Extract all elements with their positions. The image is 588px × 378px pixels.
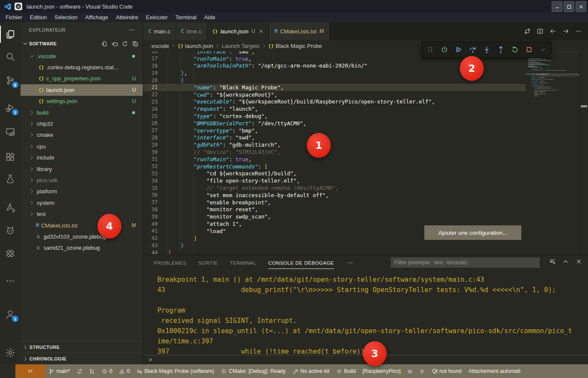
status-0[interactable]: 0: [98, 364, 116, 378]
activity-more[interactable]: [0, 272, 21, 290]
close-tab-button[interactable]: [259, 29, 264, 34]
breadcrumb-item[interactable]: {}Black Magic Probe: [268, 43, 322, 49]
tab-cmakelists-txt[interactable]: MCMakeLists.txtM: [269, 22, 329, 40]
tab-time-c[interactable]: Ctime.c: [176, 22, 207, 40]
code-line-26[interactable]: 26 "BMPGDBSerialPort": "/dev/ttyACM0",: [143, 120, 526, 127]
maximize-button[interactable]: [564, 1, 574, 12]
tree-item-cmake[interactable]: cmake: [21, 130, 143, 141]
tab-launch-json[interactable]: {}launch.jsonU: [207, 22, 269, 40]
collapse-all-button[interactable]: [132, 41, 138, 47]
remote-indicator[interactable]: [15, 364, 45, 378]
project-section-header[interactable]: SOFTWARE: [21, 37, 143, 50]
activity-source-control[interactable]: 9: [0, 71, 21, 90]
code-line-35[interactable]: 35 // "target extended-remote /dev/ttyAC…: [143, 184, 526, 192]
restart-button[interactable]: [510, 44, 520, 55]
menu-item-affichage[interactable]: Affichage: [81, 13, 112, 22]
chevron-down-button[interactable]: [538, 44, 548, 55]
panel-tab-problemes[interactable]: PROBLÈMES: [154, 257, 186, 269]
minimize-button[interactable]: [552, 1, 562, 12]
tree-item-pico-sdk[interactable]: pico-sdk: [21, 174, 143, 186]
activity-platformio[interactable]: [0, 221, 21, 239]
refresh-button[interactable]: [122, 41, 128, 47]
tree-item-launch-json[interactable]: {}launch.jsonU: [21, 84, 143, 95]
status-cmake-debug-ready[interactable]: CMake: [Debug]: Ready: [218, 364, 289, 378]
status-sync[interactable]: [74, 364, 86, 378]
activity-vs-project[interactable]: [0, 244, 21, 263]
menu-item-aide[interactable]: Aide: [200, 13, 219, 22]
clear-all-button[interactable]: [549, 258, 556, 265]
new-folder-button[interactable]: [112, 41, 118, 47]
panel-tab-console-de-debogage[interactable]: CONSOLE DE DÉBOGAGE: [268, 257, 334, 269]
status-0[interactable]: 0: [116, 364, 133, 378]
gripper-button[interactable]: [425, 44, 435, 55]
open-changes-button[interactable]: [524, 28, 531, 35]
tree-item-platform[interactable]: platform: [21, 186, 143, 197]
status-black-magic-probe-software[interactable]: Black Magic Probe (software): [133, 364, 218, 378]
tree-item-c-cpp-properties-json[interactable]: {}c_cpp_properties.jsonU: [21, 73, 143, 84]
activity-beaker[interactable]: [0, 169, 21, 188]
code-line-30[interactable]: 30 // "device": "STM32L431VC",: [143, 148, 526, 156]
debug-console-filter-input[interactable]: [391, 257, 540, 268]
step-into-button[interactable]: [482, 44, 492, 55]
tree-item-gd32vf103-ozone-jdebug[interactable]: gd32vf103_ozone.jdebug: [21, 231, 143, 242]
new-file-button[interactable]: [101, 41, 108, 47]
chevron-up-button[interactable]: [562, 258, 569, 265]
activity-settings-gear[interactable]: [0, 343, 21, 362]
tree-item-chip32[interactable]: chip32: [21, 118, 143, 129]
code-line-34[interactable]: 34 "file open-story-teller.elf",: [143, 177, 526, 184]
status-bug[interactable]: [404, 364, 416, 378]
section-chronologie[interactable]: CHRONOLOGIE: [21, 353, 143, 364]
split-editor-button[interactable]: [537, 28, 544, 35]
breadcrumb-item[interactable]: Launch Targets: [222, 43, 260, 49]
tree-item--cortex-debug-registers-stat-[interactable]: {}.cortex-debug.registers.stat...: [21, 62, 143, 73]
activity-debug[interactable]: 1: [0, 98, 21, 117]
tab-main-c[interactable]: Cmain.c: [143, 22, 176, 40]
continue-button[interactable]: [453, 44, 464, 55]
explorer-more-button[interactable]: [128, 27, 135, 33]
code-line-38[interactable]: 38 "monitor reset",: [143, 206, 526, 213]
code-line-21[interactable]: 21 "name": "Black Magic Probe",: [143, 84, 526, 91]
code-line-23[interactable]: 23 "executable": "${workspaceRoot}/build…: [143, 98, 526, 106]
breadcrumb-item[interactable]: {}launch.json: [178, 43, 213, 49]
tree-item-library[interactable]: library: [21, 163, 143, 174]
menu-item-selection[interactable]: Sélection: [51, 13, 81, 22]
code-line-37[interactable]: 37 "enable breakpoint",: [143, 199, 526, 206]
code-line-43[interactable]: 43 }: [143, 242, 526, 249]
tree-item-cmakelists-txt[interactable]: MCMakeLists.txtM: [21, 220, 143, 231]
stop-button[interactable]: [524, 44, 534, 55]
menu-item-terminal[interactable]: Terminal: [172, 13, 200, 22]
tree-item-build[interactable]: build: [21, 107, 143, 118]
tree-item-samd21-ozone-jdebug[interactable]: samd21_ozone.jdebug: [21, 242, 143, 254]
arrow-left-button[interactable]: [550, 28, 556, 35]
activity-search[interactable]: [0, 47, 21, 66]
more-button[interactable]: [575, 28, 582, 35]
activity-cmake-tools[interactable]: [0, 198, 21, 217]
status-attachement-automati[interactable]: Attachement automati: [465, 364, 524, 378]
code-line-36[interactable]: 36 "set mem inaccessible-by-default off"…: [143, 192, 526, 199]
menu-item-atteindre[interactable]: Atteindre: [112, 13, 142, 22]
tree-item-include[interactable]: include: [21, 152, 143, 163]
status-play[interactable]: [416, 364, 429, 378]
code-line-32[interactable]: 32 "preRestartCommands": [: [143, 163, 526, 170]
status-build[interactable]: Build: [333, 364, 359, 378]
menu-item-fichier[interactable]: Fichier: [2, 13, 26, 22]
editor-scrollbar[interactable]: [579, 51, 588, 254]
code-line-31[interactable]: 31 "runToMain": true,: [143, 156, 526, 163]
minimap[interactable]: ////////////////////////////////////////…: [526, 51, 579, 254]
arrow-right-button[interactable]: [562, 28, 569, 35]
code-area[interactable]: 16 "interface": "swd",17 "runToMain": tr…: [143, 51, 588, 254]
code-line-39[interactable]: 39 "monitor swdp_scan",: [143, 213, 526, 220]
close-button[interactable]: [576, 258, 582, 265]
tree-item-test[interactable]: test: [21, 208, 143, 219]
status-qt-not-found[interactable]: Qt not found: [429, 364, 465, 378]
activity-extensions[interactable]: [0, 148, 21, 166]
breadcrumb-item[interactable]: .vscode: [150, 43, 169, 49]
status-no-active-kit[interactable]: No active kit: [289, 364, 333, 378]
panel-tab-terminal[interactable]: TERMINAL: [230, 257, 256, 269]
power-button[interactable]: [439, 44, 450, 55]
status-main[interactable]: main*: [45, 364, 74, 378]
panel-more-button[interactable]: [347, 260, 353, 266]
tree-item--vscode[interactable]: .vscode: [21, 50, 143, 62]
panel-tab-sortie[interactable]: SORTIE: [198, 257, 218, 269]
code-line-25[interactable]: 25 "type": "cortex-debug",: [143, 112, 526, 120]
